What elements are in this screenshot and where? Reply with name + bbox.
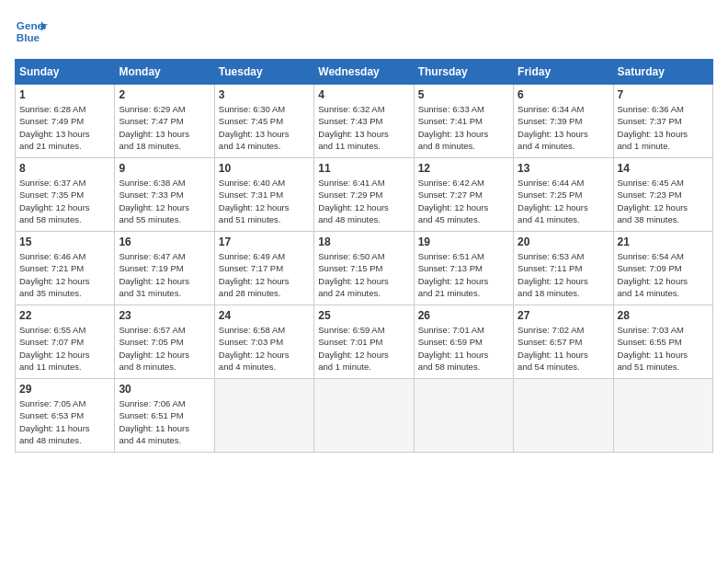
calendar-week-3: 22Sunrise: 6:55 AM Sunset: 7:07 PM Dayli… <box>16 305 713 379</box>
day-number: 19 <box>418 236 509 248</box>
cell-content: Sunrise: 7:06 AM Sunset: 6:51 PM Dayligh… <box>119 397 210 446</box>
calendar-cell: 10Sunrise: 6:40 AM Sunset: 7:31 PM Dayli… <box>214 158 313 232</box>
calendar-cell: 13Sunrise: 6:44 AM Sunset: 7:25 PM Dayli… <box>514 158 613 232</box>
day-number: 4 <box>318 88 409 101</box>
day-number: 21 <box>618 236 709 248</box>
day-number: 18 <box>318 236 409 248</box>
calendar-week-1: 8Sunrise: 6:37 AM Sunset: 7:35 PM Daylig… <box>16 158 713 232</box>
calendar-cell <box>314 379 414 453</box>
day-number: 16 <box>119 236 210 248</box>
calendar-cell <box>414 379 513 453</box>
calendar-cell: 30Sunrise: 7:06 AM Sunset: 6:51 PM Dayli… <box>115 379 214 453</box>
cell-content: Sunrise: 6:55 AM Sunset: 7:07 PM Dayligh… <box>19 324 110 373</box>
cell-content: Sunrise: 6:29 AM Sunset: 7:47 PM Dayligh… <box>119 103 210 152</box>
cell-content: Sunrise: 6:50 AM Sunset: 7:15 PM Dayligh… <box>318 250 409 299</box>
calendar-cell: 20Sunrise: 6:53 AM Sunset: 7:11 PM Dayli… <box>514 232 613 305</box>
cell-content: Sunrise: 6:36 AM Sunset: 7:37 PM Dayligh… <box>618 103 709 152</box>
calendar-cell: 26Sunrise: 7:01 AM Sunset: 6:59 PM Dayli… <box>414 305 513 379</box>
calendar-cell: 4Sunrise: 6:32 AM Sunset: 7:43 PM Daylig… <box>314 85 414 158</box>
day-number: 9 <box>119 162 210 175</box>
cell-content: Sunrise: 7:01 AM Sunset: 6:59 PM Dayligh… <box>418 324 509 373</box>
calendar-header-row: SundayMondayTuesdayWednesdayThursdayFrid… <box>16 60 713 85</box>
calendar-cell: 27Sunrise: 7:02 AM Sunset: 6:57 PM Dayli… <box>514 305 613 379</box>
cell-content: Sunrise: 6:46 AM Sunset: 7:21 PM Dayligh… <box>19 250 110 299</box>
cell-content: Sunrise: 6:37 AM Sunset: 7:35 PM Dayligh… <box>19 177 110 225</box>
cell-content: Sunrise: 6:34 AM Sunset: 7:39 PM Dayligh… <box>518 103 609 152</box>
cell-content: Sunrise: 6:58 AM Sunset: 7:03 PM Dayligh… <box>219 324 310 373</box>
calendar-cell: 2Sunrise: 6:29 AM Sunset: 7:47 PM Daylig… <box>115 85 214 158</box>
cell-content: Sunrise: 6:59 AM Sunset: 7:01 PM Dayligh… <box>318 324 409 373</box>
day-number: 15 <box>19 236 110 248</box>
calendar-cell: 17Sunrise: 6:49 AM Sunset: 7:17 PM Dayli… <box>214 232 313 305</box>
svg-text:Blue: Blue <box>17 31 40 43</box>
day-number: 11 <box>318 162 409 175</box>
cell-content: Sunrise: 6:44 AM Sunset: 7:25 PM Dayligh… <box>518 177 609 225</box>
cell-content: Sunrise: 6:45 AM Sunset: 7:23 PM Dayligh… <box>618 177 709 225</box>
col-header-thursday: Thursday <box>414 60 513 85</box>
day-number: 17 <box>219 236 310 248</box>
calendar-cell: 25Sunrise: 6:59 AM Sunset: 7:01 PM Dayli… <box>314 305 414 379</box>
day-number: 1 <box>19 88 110 101</box>
cell-content: Sunrise: 6:41 AM Sunset: 7:29 PM Dayligh… <box>318 177 409 225</box>
calendar-cell: 7Sunrise: 6:36 AM Sunset: 7:37 PM Daylig… <box>613 85 712 158</box>
day-number: 29 <box>19 383 110 396</box>
calendar-week-4: 29Sunrise: 7:05 AM Sunset: 6:53 PM Dayli… <box>16 379 713 453</box>
day-number: 3 <box>219 88 310 101</box>
calendar-cell: 6Sunrise: 6:34 AM Sunset: 7:39 PM Daylig… <box>514 85 613 158</box>
calendar-cell: 18Sunrise: 6:50 AM Sunset: 7:15 PM Dayli… <box>314 232 414 305</box>
cell-content: Sunrise: 6:32 AM Sunset: 7:43 PM Dayligh… <box>318 103 409 152</box>
col-header-monday: Monday <box>115 60 214 85</box>
day-number: 23 <box>119 309 210 322</box>
calendar-body: 1Sunrise: 6:28 AM Sunset: 7:49 PM Daylig… <box>16 85 713 453</box>
calendar-cell: 5Sunrise: 6:33 AM Sunset: 7:41 PM Daylig… <box>414 85 513 158</box>
col-header-friday: Friday <box>514 60 613 85</box>
day-number: 26 <box>418 309 509 322</box>
calendar-week-0: 1Sunrise: 6:28 AM Sunset: 7:49 PM Daylig… <box>16 85 713 158</box>
cell-content: Sunrise: 7:02 AM Sunset: 6:57 PM Dayligh… <box>518 324 609 373</box>
cell-content: Sunrise: 6:28 AM Sunset: 7:49 PM Dayligh… <box>19 103 110 152</box>
cell-content: Sunrise: 6:53 AM Sunset: 7:11 PM Dayligh… <box>518 250 609 299</box>
day-number: 13 <box>518 162 609 175</box>
day-number: 6 <box>518 88 609 101</box>
day-number: 24 <box>219 309 310 322</box>
calendar-cell: 21Sunrise: 6:54 AM Sunset: 7:09 PM Dayli… <box>613 232 712 305</box>
cell-content: Sunrise: 6:54 AM Sunset: 7:09 PM Dayligh… <box>618 250 709 299</box>
day-number: 12 <box>418 162 509 175</box>
col-header-saturday: Saturday <box>613 60 712 85</box>
day-number: 8 <box>19 162 110 175</box>
cell-content: Sunrise: 6:47 AM Sunset: 7:19 PM Dayligh… <box>119 250 210 299</box>
cell-content: Sunrise: 6:42 AM Sunset: 7:27 PM Dayligh… <box>418 177 509 225</box>
logo-icon: General Blue <box>15 15 48 48</box>
day-number: 10 <box>219 162 310 175</box>
calendar-cell: 23Sunrise: 6:57 AM Sunset: 7:05 PM Dayli… <box>115 305 214 379</box>
day-number: 2 <box>119 88 210 101</box>
calendar-cell: 1Sunrise: 6:28 AM Sunset: 7:49 PM Daylig… <box>16 85 115 158</box>
day-number: 5 <box>418 88 509 101</box>
col-header-wednesday: Wednesday <box>314 60 414 85</box>
calendar-cell: 16Sunrise: 6:47 AM Sunset: 7:19 PM Dayli… <box>115 232 214 305</box>
calendar-cell <box>613 379 712 453</box>
page-header: General Blue <box>15 15 713 48</box>
day-number: 25 <box>318 309 409 322</box>
cell-content: Sunrise: 7:05 AM Sunset: 6:53 PM Dayligh… <box>19 397 110 446</box>
col-header-tuesday: Tuesday <box>214 60 313 85</box>
calendar-cell: 12Sunrise: 6:42 AM Sunset: 7:27 PM Dayli… <box>414 158 513 232</box>
calendar-week-2: 15Sunrise: 6:46 AM Sunset: 7:21 PM Dayli… <box>16 232 713 305</box>
day-number: 30 <box>119 383 210 396</box>
calendar-cell: 14Sunrise: 6:45 AM Sunset: 7:23 PM Dayli… <box>613 158 712 232</box>
calendar-cell: 29Sunrise: 7:05 AM Sunset: 6:53 PM Dayli… <box>16 379 115 453</box>
calendar-cell: 15Sunrise: 6:46 AM Sunset: 7:21 PM Dayli… <box>16 232 115 305</box>
day-number: 20 <box>518 236 609 248</box>
calendar-cell: 9Sunrise: 6:38 AM Sunset: 7:33 PM Daylig… <box>115 158 214 232</box>
logo: General Blue <box>15 15 48 48</box>
day-number: 22 <box>19 309 110 322</box>
cell-content: Sunrise: 6:38 AM Sunset: 7:33 PM Dayligh… <box>119 177 210 225</box>
calendar-cell: 28Sunrise: 7:03 AM Sunset: 6:55 PM Dayli… <box>613 305 712 379</box>
calendar-cell: 8Sunrise: 6:37 AM Sunset: 7:35 PM Daylig… <box>16 158 115 232</box>
col-header-sunday: Sunday <box>16 60 115 85</box>
calendar-cell <box>514 379 613 453</box>
cell-content: Sunrise: 6:30 AM Sunset: 7:45 PM Dayligh… <box>219 103 310 152</box>
day-number: 28 <box>618 309 709 322</box>
calendar-cell: 22Sunrise: 6:55 AM Sunset: 7:07 PM Dayli… <box>16 305 115 379</box>
cell-content: Sunrise: 6:40 AM Sunset: 7:31 PM Dayligh… <box>219 177 310 225</box>
